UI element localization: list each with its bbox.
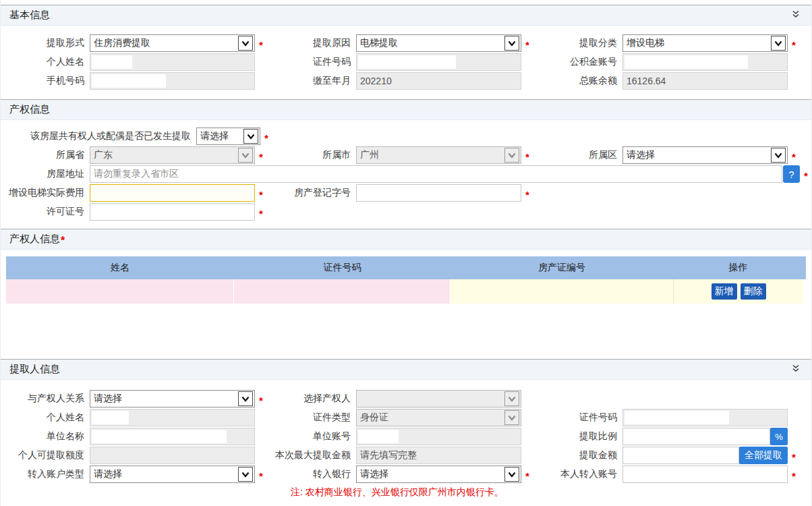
basic-collapse-button[interactable] <box>791 10 801 21</box>
mobile-field <box>90 72 255 90</box>
field-label: 证件类型 <box>267 412 356 424</box>
section-property-info: 产权信息 该房屋共有权人或配偶是否已发生提取 请选择 * 所属省 广东 <box>1 99 811 224</box>
withdraw-category-select[interactable]: 增设电梯 <box>622 34 788 52</box>
basic-info-header: 基本信息 <box>1 5 811 26</box>
section-owners-info: 产权人信息* 姓名 证件号码 房产证编号 操作 新增 删除 <box>1 229 811 351</box>
withdraw-all-button[interactable]: 全部提取 <box>739 447 788 464</box>
account-type-select[interactable]: 请选择 <box>90 466 255 483</box>
elevator-cost-input[interactable] <box>90 184 255 202</box>
owner-actions-cell: 新增 删除 <box>673 279 803 304</box>
field-label: 个人姓名 <box>1 56 90 68</box>
paid-month-field: 202210 <box>356 72 521 90</box>
owners-info-title: 产权人信息 <box>9 233 60 246</box>
quota-field <box>90 447 255 464</box>
redaction-block <box>625 411 729 424</box>
required-asterisk: * <box>255 470 263 482</box>
question-icon: ? <box>788 169 794 180</box>
property-reg-input[interactable] <box>356 184 521 202</box>
chevron-down-icon <box>243 129 258 144</box>
field-label: 房产登记字号 <box>267 187 356 199</box>
field-label: 个人姓名 <box>1 412 90 424</box>
co-owner-withdrawn-select[interactable]: 请选择 <box>196 128 260 145</box>
owners-col-id: 证件号码 <box>234 256 451 279</box>
select-owner-select <box>356 390 521 407</box>
owner-cert-cell[interactable] <box>451 279 673 304</box>
form-row: 提取形式 住房消费提取 * 提取原因 电梯提取 * 提取分类 <box>1 34 811 53</box>
chevron-down-icon <box>504 36 519 51</box>
chevron-down-icon <box>504 148 519 163</box>
max-amount-field: 请先填写完整 <box>356 447 521 464</box>
field-label: 提取形式 <box>1 37 90 49</box>
property-info-title: 产权信息 <box>9 103 50 116</box>
withdraw-reason-select[interactable]: 电梯提取 <box>356 34 521 52</box>
required-asterisk: * <box>61 235 65 247</box>
percent-button[interactable]: % <box>770 428 788 445</box>
chevron-down-icon <box>238 148 253 163</box>
field-label: 所属市 <box>267 149 356 161</box>
address-input[interactable]: 请勿重复录入省市区 <box>90 165 782 183</box>
form-row: 个人姓名 证件号码 公积金账号 <box>1 53 811 72</box>
field-label: 公积金账号 <box>533 56 622 68</box>
field-label: 提取分类 <box>533 37 622 49</box>
field-label: 所属省 <box>1 149 90 161</box>
field-label: 证件号码 <box>267 56 356 68</box>
field-label: 本次最大提取金额 <box>267 449 356 461</box>
withdrawer-info-body: 与产权人关系 请选择 * 选择产权人 <box>1 380 811 504</box>
section-withdrawer-info: 提取人信息 与产权人关系 请选择 * 选择产权人 <box>1 359 811 504</box>
form-row: 单位名称 单位账号 提取比例 % <box>1 427 811 446</box>
address-help-button[interactable]: ? <box>783 165 800 183</box>
city-select: 广州 <box>356 146 521 164</box>
person-name-field <box>90 53 255 71</box>
field-label: 单位名称 <box>1 430 90 443</box>
add-owner-button[interactable]: 新增 <box>712 283 737 300</box>
delete-owner-button[interactable]: 删除 <box>741 283 766 300</box>
withdraw-form-select[interactable]: 住房消费提取 <box>90 34 255 52</box>
field-label: 选择产权人 <box>267 393 356 405</box>
district-select[interactable]: 请选择 <box>622 146 788 164</box>
redaction-block <box>358 430 399 443</box>
field-label: 手机号码 <box>1 75 90 87</box>
form-row: 个人姓名 证件类型 身份证 证件号码 <box>1 408 811 427</box>
required-asterisk: * <box>788 39 796 51</box>
relation-select[interactable]: 请选择 <box>90 390 255 407</box>
redaction-block <box>625 55 748 69</box>
license-input[interactable] <box>90 203 255 221</box>
owners-info-header: 产权人信息* <box>1 229 811 250</box>
field-label: 转入账户类型 <box>1 468 90 480</box>
owners-table: 姓名 证件号码 房产证编号 操作 新增 删除 <box>6 256 806 304</box>
required-asterisk: * <box>521 189 529 200</box>
company-name-field <box>90 428 255 445</box>
required-asterisk: * <box>521 39 529 51</box>
field-label: 个人可提取额度 <box>1 449 90 461</box>
owner-table-row: 新增 删除 <box>6 279 806 304</box>
transfer-account-input[interactable] <box>622 466 788 483</box>
form-row: 房屋地址 请勿重复录入省市区 ? * <box>1 165 811 184</box>
field-label: 提取比例 <box>533 430 622 443</box>
withdrawal-form-page: 基本信息 提取形式 住房消费提取 * 提取原因 电梯提取 <box>0 0 812 506</box>
ratio-input[interactable] <box>622 428 770 445</box>
owners-table-header: 姓名 证件号码 房产证编号 操作 <box>6 256 806 279</box>
section-basic-info: 基本信息 提取形式 住房消费提取 * 提取原因 电梯提取 <box>1 5 811 94</box>
field-label: 单位账号 <box>267 430 356 443</box>
required-asterisk: * <box>255 189 263 200</box>
form-row: 与产权人关系 请选择 * 选择产权人 <box>1 389 811 408</box>
withdrawer-collapse-button[interactable] <box>791 364 801 375</box>
form-row: 许可证号 * <box>1 202 811 221</box>
field-label: 提取金额 <box>533 449 622 461</box>
id-type-select: 身份证 <box>356 409 521 426</box>
field-label: 总账余额 <box>533 75 622 87</box>
amount-input[interactable] <box>622 447 739 464</box>
owner-name-cell[interactable] <box>6 279 234 304</box>
owner-id-cell[interactable] <box>234 279 451 304</box>
basic-info-body: 提取形式 住房消费提取 * 提取原因 电梯提取 * 提取分类 <box>1 26 811 94</box>
required-asterisk: * <box>255 39 263 51</box>
chevron-down-icon <box>771 36 786 51</box>
field-label: 许可证号 <box>1 206 90 218</box>
withdrawer-info-header: 提取人信息 <box>1 360 811 380</box>
withdrawer-name-field <box>90 409 255 426</box>
bank-note: 注: 农村商业银行、兴业银行仅限广州市内银行卡。 <box>1 485 811 499</box>
field-label: 转入银行 <box>267 468 356 480</box>
form-row: 所属省 广东 * 所属市 广州 * 所属区 <box>1 146 811 165</box>
field-label: 本人转入账号 <box>533 468 622 480</box>
bank-select[interactable]: 请选择 <box>356 466 521 483</box>
